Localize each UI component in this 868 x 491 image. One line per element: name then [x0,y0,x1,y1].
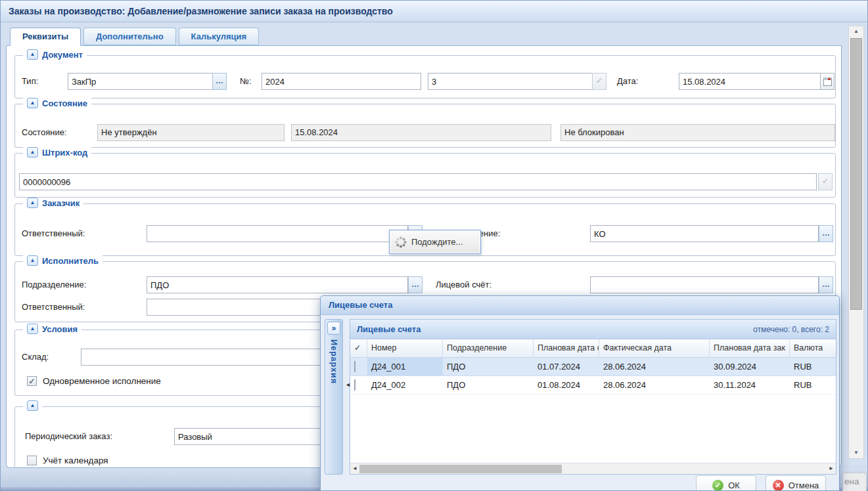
state-date-field: 15.08.2024 [291,124,551,141]
warehouse-label: Склад: [22,349,49,366]
executor-responsible-label: Ответственный: [22,299,85,316]
section-conditions-title: Условия [42,324,78,334]
list-panel-title: Лицевые счета [357,324,421,334]
executor-division-label: Подразделение: [22,276,86,293]
expand-sidebar-icon[interactable]: » [327,322,340,335]
check-icon: ✓ [28,377,35,386]
cancel-icon: ✕ [773,480,784,491]
horizontal-scrollbar[interactable]: ◄ ► [350,463,836,474]
hierarchy-label: Иерархия [329,339,338,384]
column-plan-close[interactable]: Плановая дата зак [710,339,790,357]
splitter-handle-icon[interactable]: ◄ [345,381,351,388]
customer-responsible-label: Ответственный: [22,225,85,242]
collapse-icon[interactable]: ▲ [27,198,38,208]
cancel-button[interactable]: ✕ Отмена [765,475,826,491]
cell-number: Д24_001 [367,358,443,375]
section-state: ▲ Состояние Состояние: Не утверждён 15.0… [14,104,836,148]
customer-division-lookup-button[interactable]: … [819,225,833,242]
cell-division: ПДО [443,358,534,375]
cell-plan-close: 30.09.2024 [710,358,790,375]
collapse-icon[interactable]: ▲ [27,255,38,266]
calendar-icon[interactable] [820,73,834,90]
column-division[interactable]: Подразделение [443,339,534,357]
calendar-label: Учёт календаря [43,456,108,466]
accounts-list-panel: Лицевые счета отмечено: 0, всего: 2 ✓ Но… [350,319,836,475]
main-cancel-button-fragment[interactable]: ена [842,473,867,491]
dialog-title: Лицевые счета [321,296,839,315]
doc-type-input[interactable] [68,73,213,90]
doc-date-label: Дата: [617,73,638,90]
cell-plan-close: 30.11.2024 [710,376,790,394]
ok-icon: ✓ [712,480,723,491]
column-plan-open[interactable]: Плановая дата отк [534,339,599,357]
cell-plan-open: 01.07.2024 [534,358,599,375]
state-block-field: Не блокирован [560,124,835,141]
doc-date-input[interactable] [679,73,821,90]
row-checkbox[interactable] [354,379,355,391]
wait-popup: Подождите... [389,230,481,254]
scroll-up-icon[interactable]: ▲ [849,26,863,37]
scroll-left-icon[interactable]: ◄ [350,463,359,474]
column-check[interactable]: ✓ [350,339,367,357]
section-customer-title: Заказчик [42,198,80,208]
barcode-input[interactable] [19,173,817,190]
barcode-check-button[interactable]: ✓ [818,173,833,190]
simultaneous-label: Одновременное исполнение [43,376,161,387]
section-barcode-title: Штрих-код [42,148,87,158]
periodic-order-label: Периодический заказ: [25,428,112,445]
hierarchy-sidebar: » Иерархия [325,319,343,475]
scroll-right-icon[interactable]: ► [827,463,836,474]
wait-label: Подождите... [411,237,463,247]
cell-currency: RUB [790,376,837,394]
cell-fact-date: 28.06.2024 [599,376,710,394]
section-barcode: ▲ Штрих-код ✓ [14,153,836,198]
tab-kalkulyaciya[interactable]: Калькуляция [179,28,260,45]
column-fact-date[interactable]: Фактическая дата [599,339,710,357]
tab-dopolnitelno[interactable]: Дополнительно [83,28,176,45]
collapse-icon[interactable]: ▲ [27,49,38,60]
scrollbar-thumb[interactable] [359,465,562,473]
vertical-scrollbar[interactable]: ▲ ▼ [848,26,864,459]
window-title: Заказы на производство: Добавление/размн… [1,1,867,22]
collapse-icon[interactable]: ▲ [27,324,38,334]
table-row[interactable]: Д24_002 ПДО 01.08.2024 28.06.2024 30.11.… [350,376,836,395]
collapse-icon[interactable]: ▲ [27,147,38,158]
cell-plan-open: 01.08.2024 [534,376,599,394]
collapse-icon[interactable]: ▲ [27,400,38,411]
scroll-down-icon[interactable]: ▼ [849,448,863,458]
executor-account-input[interactable] [590,276,819,293]
doc-number2-input[interactable] [428,73,593,90]
executor-division-lookup-button[interactable]: … [408,276,423,293]
customer-responsible-input[interactable] [147,225,408,242]
column-currency[interactable]: Валюта [790,339,837,357]
state-status-field: Не утверждён [97,124,285,141]
selection-counter: отмечено: 0, всего: 2 [753,325,829,334]
executor-division-input[interactable] [147,276,408,293]
doc-number-check-button[interactable]: ✓ [592,73,606,90]
customer-division-input[interactable] [590,225,819,242]
section-document-title: Документ [42,50,83,60]
scrollbar-thumb[interactable] [850,38,862,310]
row-checkbox[interactable] [354,361,355,372]
column-number[interactable]: Номер [367,339,443,357]
table-row[interactable]: Д24_001 ПДО 01.07.2024 28.06.2024 30.09.… [350,358,836,376]
section-executor-title: Исполнитель [42,256,99,266]
accounts-dialog: Лицевые счета » Иерархия ◄ Лицевые счета… [320,295,840,491]
cell-fact-date: 28.06.2024 [599,358,710,375]
doc-type-lookup-button[interactable]: … [212,73,227,90]
section-state-title: Состояние [42,98,87,108]
state-label: Состояние: [22,124,66,141]
executor-account-lookup-button[interactable]: … [819,276,833,293]
ok-button[interactable]: ✓ ОК [696,475,756,491]
doc-type-label: Тип: [22,73,38,90]
executor-account-label: Лицевой счёт: [436,276,491,293]
cell-currency: RUB [790,358,837,375]
doc-number-label: №: [240,73,252,90]
tab-rekvizity[interactable]: Реквизиты [10,28,81,46]
calendar-checkbox[interactable]: ✓ [27,456,37,465]
simultaneous-checkbox[interactable]: ✓ [27,376,37,386]
section-document: ▲ Документ Тип: … №: ✓ Дата: [14,55,836,98]
collapse-icon[interactable]: ▲ [27,98,38,108]
cell-number: Д24_002 [367,376,443,394]
doc-number-input[interactable] [262,73,421,90]
